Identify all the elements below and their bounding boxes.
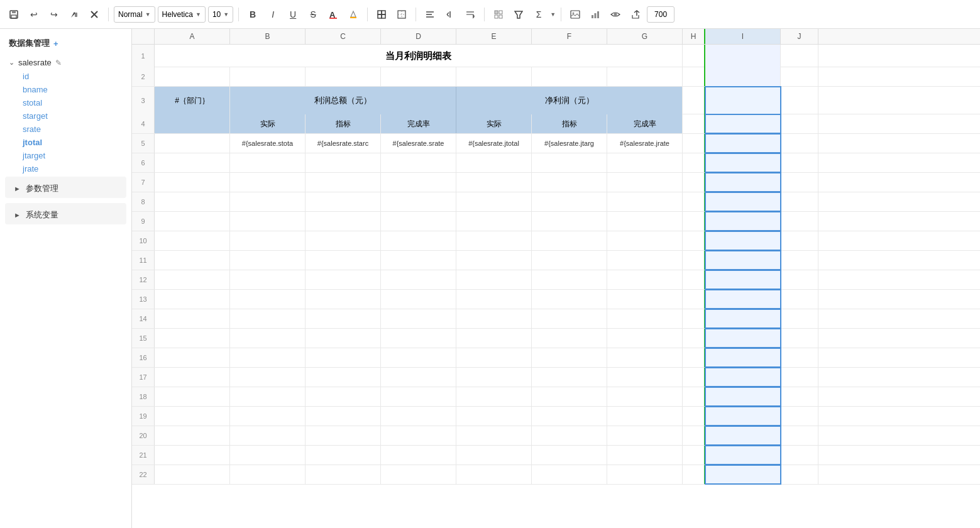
cell-d21[interactable]: [381, 446, 456, 465]
cell-d2[interactable]: [381, 67, 456, 86]
highlight-button[interactable]: [344, 6, 362, 23]
cell-j10[interactable]: [781, 231, 818, 250]
borders-button[interactable]: [373, 6, 390, 23]
cell-g9[interactable]: [607, 212, 683, 231]
dataset-edit-icon[interactable]: ✎: [55, 58, 62, 67]
sidebar-field-stotal[interactable]: stotal: [0, 96, 131, 109]
cell-a10[interactable]: [155, 231, 230, 250]
cell-h14[interactable]: [683, 309, 705, 328]
cell-g13[interactable]: [607, 290, 683, 309]
cell-j15[interactable]: [781, 329, 818, 348]
cell-j2[interactable]: [781, 67, 818, 86]
clear-format-button[interactable]: [85, 6, 103, 23]
cell-g21[interactable]: [607, 446, 683, 465]
cell-i11[interactable]: [705, 251, 781, 270]
cell-d19[interactable]: [381, 407, 456, 426]
cell-d13[interactable]: [381, 290, 456, 309]
cell-e22[interactable]: [456, 465, 532, 484]
cell-j16[interactable]: [781, 348, 818, 367]
cell-i12[interactable]: [705, 270, 781, 289]
font-size-dropdown[interactable]: 10 ▼: [208, 6, 233, 23]
cell-c10[interactable]: [306, 231, 381, 250]
cell-j14[interactable]: [781, 309, 818, 328]
cell-a15[interactable]: [155, 329, 230, 348]
cell-g10[interactable]: [607, 231, 683, 250]
cell-g20[interactable]: [607, 426, 683, 445]
cell-b2[interactable]: [230, 67, 306, 86]
cell-c9[interactable]: [306, 212, 381, 231]
cell-f8[interactable]: [532, 192, 607, 211]
cell-a17[interactable]: [155, 368, 230, 387]
cell-j9[interactable]: [781, 212, 818, 231]
cell-f13[interactable]: [532, 290, 607, 309]
cell-h19[interactable]: [683, 407, 705, 426]
cell-i7[interactable]: [705, 173, 781, 192]
cell-g14[interactable]: [607, 309, 683, 328]
cell-j12[interactable]: [781, 270, 818, 289]
cell-j20[interactable]: [781, 426, 818, 445]
cell-b19[interactable]: [230, 407, 306, 426]
cell-b5[interactable]: #{salesrate.stota: [230, 134, 306, 153]
cell-e18[interactable]: [456, 387, 532, 406]
cell-d6[interactable]: [381, 153, 456, 172]
cell-h2[interactable]: [683, 67, 705, 86]
cell-e9[interactable]: [456, 212, 532, 231]
cell-department[interactable]: #｛部门｝: [155, 87, 230, 114]
cell-h4[interactable]: [683, 114, 705, 133]
sidebar-field-jrate[interactable]: jrate: [0, 162, 131, 175]
align-dropdown[interactable]: [421, 6, 439, 23]
cell-e15[interactable]: [456, 329, 532, 348]
underline-button[interactable]: U: [284, 6, 302, 23]
cell-j3[interactable]: [781, 87, 818, 114]
cell-f4[interactable]: 指标: [532, 114, 607, 133]
cell-c14[interactable]: [306, 309, 381, 328]
cell-i14[interactable]: [705, 309, 781, 328]
wrap-text-button[interactable]: [461, 6, 479, 23]
cell-f11[interactable]: [532, 251, 607, 270]
cell-h18[interactable]: [683, 387, 705, 406]
cell-c15[interactable]: [306, 329, 381, 348]
cell-i21[interactable]: [705, 446, 781, 465]
cell-i5[interactable]: [705, 134, 781, 153]
cell-a8[interactable]: [155, 192, 230, 211]
cell-b14[interactable]: [230, 309, 306, 328]
save-button[interactable]: [5, 6, 23, 23]
cell-i22[interactable]: [705, 465, 781, 484]
cell-b22[interactable]: [230, 465, 306, 484]
params-row[interactable]: ► 参数管理: [5, 179, 126, 198]
cell-a12[interactable]: [155, 270, 230, 289]
cell-f19[interactable]: [532, 407, 607, 426]
cell-c5[interactable]: #{salesrate.starc: [306, 134, 381, 153]
cell-g7[interactable]: [607, 173, 683, 192]
cell-e17[interactable]: [456, 368, 532, 387]
format-dropdown[interactable]: Normal ▼: [114, 6, 155, 23]
freeze-button[interactable]: [490, 6, 507, 23]
cell-j17[interactable]: [781, 368, 818, 387]
cell-i6[interactable]: [705, 153, 781, 172]
cell-f7[interactable]: [532, 173, 607, 192]
cell-d16[interactable]: [381, 348, 456, 367]
cell-e12[interactable]: [456, 270, 532, 289]
cell-i9[interactable]: [705, 212, 781, 231]
cell-b21[interactable]: [230, 446, 306, 465]
cell-b7[interactable]: [230, 173, 306, 192]
cell-d10[interactable]: [381, 231, 456, 250]
cell-a11[interactable]: [155, 251, 230, 270]
cell-d8[interactable]: [381, 192, 456, 211]
sidebar-field-id[interactable]: id: [0, 70, 131, 83]
sidebar-field-starget[interactable]: starget: [0, 109, 131, 123]
cell-d18[interactable]: [381, 387, 456, 406]
cell-c22[interactable]: [306, 465, 381, 484]
cell-h5[interactable]: [683, 134, 705, 153]
cell-j1[interactable]: [781, 45, 818, 67]
cell-i10[interactable]: [705, 231, 781, 250]
cell-i2[interactable]: [705, 67, 781, 86]
cell-f15[interactable]: [532, 329, 607, 348]
cell-h22[interactable]: [683, 465, 705, 484]
cell-j18[interactable]: [781, 387, 818, 406]
cell-j5[interactable]: [781, 134, 818, 153]
cell-h9[interactable]: [683, 212, 705, 231]
cell-g17[interactable]: [607, 368, 683, 387]
cell-j8[interactable]: [781, 192, 818, 211]
formula-arrow[interactable]: ▼: [550, 11, 556, 18]
